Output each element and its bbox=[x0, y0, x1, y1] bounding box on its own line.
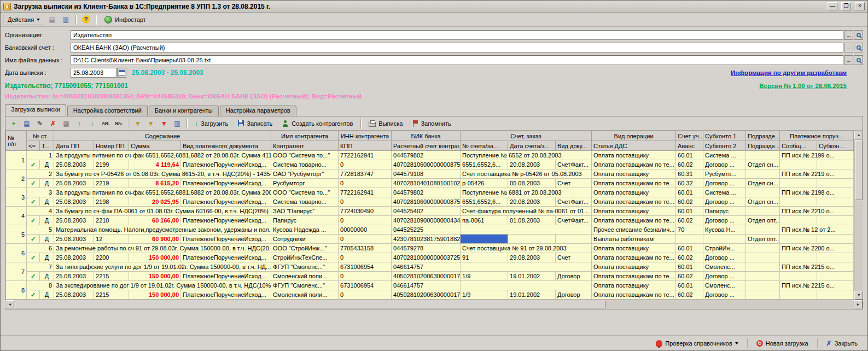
cell-account[interactable]: 60.01 bbox=[676, 188, 703, 197]
move-up-button[interactable]: ↑ bbox=[73, 118, 85, 129]
cell-payment-order[interactable]: ПП исх.№ 2198 о... bbox=[780, 188, 854, 197]
horizontal-scrollbar-thumb[interactable] bbox=[15, 301, 605, 308]
cell-kpp[interactable]: 0 bbox=[339, 216, 392, 225]
statement-date-input[interactable] bbox=[71, 68, 116, 78]
cell-department1[interactable] bbox=[746, 262, 780, 272]
save-settings-button[interactable]: ▤ bbox=[46, 14, 58, 25]
cell-statement-number[interactable]: 2 bbox=[27, 169, 54, 179]
cell-department2[interactable] bbox=[746, 253, 780, 262]
table-row-line2[interactable]: ✓ Д 25.08.2003 2215 150 000,00 Платежное… bbox=[6, 290, 854, 300]
cell-doc-type[interactable]: ПлатежноеПоручениеИсход... bbox=[181, 253, 271, 262]
cell-bik[interactable]: 044525225 bbox=[392, 225, 461, 235]
cell-payment-order[interactable]: ПП исх.№ 2215 о... bbox=[780, 281, 854, 290]
cell-invoice-date[interactable]: 20.08.2003 bbox=[508, 197, 556, 207]
cell-order[interactable]: Счет-фактура полученный № па-0061 от 01.… bbox=[461, 207, 592, 216]
cell-counterparty[interactable]: Русбумторг bbox=[271, 179, 339, 188]
cell-doc-type[interactable]: ПлатежноеПоручениеИсход... bbox=[181, 216, 271, 225]
cell-bik[interactable]: 044579278 bbox=[392, 244, 461, 253]
cell-dds-article[interactable]: Оплата поставщикам по те... bbox=[592, 160, 676, 169]
load-button[interactable]: ↓ Загрузить bbox=[190, 119, 232, 128]
cell-loaded-mark[interactable]: ✓ bbox=[27, 179, 40, 188]
data-file-lookup-button[interactable] bbox=[854, 55, 863, 65]
cell-account[interactable]: 60.01 bbox=[676, 151, 703, 160]
cell-message[interactable] bbox=[780, 160, 817, 169]
cell-doc-type[interactable]: ПлатежноеПоручениеИсход... bbox=[181, 197, 271, 207]
table-row-line1[interactable]: 2 2 За бумагу по сч Р-05426 от 05.08.03г… bbox=[6, 169, 854, 179]
cell-department2[interactable]: Отдел сн... bbox=[746, 179, 780, 188]
col-header-doc-kind[interactable]: Вид доку... bbox=[556, 141, 592, 151]
cell-subkonto[interactable] bbox=[817, 216, 854, 225]
tab-parameters[interactable]: Настройка параметров bbox=[220, 106, 296, 116]
cell-order[interactable]: Поступление № 6552 от 20.08.2003 bbox=[461, 151, 592, 160]
cell-advance-account[interactable]: 60.02 bbox=[676, 272, 703, 281]
cell-dds-article[interactable]: Оплата поставщикам по те... bbox=[592, 253, 676, 262]
scroll-down-button[interactable]: ▼ bbox=[854, 291, 863, 300]
table-row-line2[interactable]: ✓ Д 25.08.2003 12 60 900,00 ПлатежноеПор… bbox=[6, 235, 854, 244]
cell-counterparty-name[interactable]: ООО "СтройИнж..." bbox=[271, 244, 339, 253]
cell-department2[interactable] bbox=[746, 290, 780, 300]
cell-inn[interactable]: 7722162941 bbox=[339, 188, 392, 197]
cell-counterparty-name[interactable]: ФГУП "Смоленс..." bbox=[271, 262, 339, 272]
cell-subconto1[interactable]: Кусова Н... bbox=[703, 225, 746, 235]
filter-by-value-button[interactable]: ▼ bbox=[145, 118, 157, 129]
col-header-department2[interactable]: Подразде... bbox=[746, 141, 780, 151]
col-header-kpp[interactable]: КПП bbox=[339, 141, 392, 151]
cell-sum[interactable]: 60 166,00 bbox=[129, 216, 181, 225]
col-header-counterparty[interactable]: Контрагент bbox=[271, 141, 339, 151]
cell-doc-type[interactable]: ПлатежноеПоручениеИсход... bbox=[181, 160, 271, 169]
cell-type-flag[interactable]: Д bbox=[40, 235, 54, 244]
infostart-button[interactable]: Инфостарт bbox=[100, 14, 150, 25]
cell-invoice-number[interactable]: 91 bbox=[461, 253, 508, 262]
cell-counterparty[interactable]: СтройИнжТехСпе... bbox=[271, 253, 339, 262]
cell-type-flag[interactable]: Д bbox=[40, 272, 54, 281]
scroll-right-button[interactable]: ► bbox=[854, 300, 863, 308]
cell-kpp[interactable]: 0 bbox=[339, 197, 392, 207]
cell-content[interactable]: За экспедирование по дог 1/9 от 19.01.02… bbox=[54, 281, 271, 290]
cell-doc-kind[interactable] bbox=[556, 235, 592, 244]
cell-department1[interactable] bbox=[746, 281, 780, 290]
cell-doc-kind[interactable]: СчетФакт... bbox=[556, 160, 592, 169]
cell-loaded-mark[interactable]: ✓ bbox=[27, 216, 40, 225]
cell-message[interactable] bbox=[780, 179, 817, 188]
filter-clear-button[interactable]: ▼ bbox=[158, 118, 170, 129]
cell-sum[interactable]: 20 025,95 bbox=[129, 197, 181, 207]
cell-inn[interactable]: 6731006954 bbox=[339, 281, 392, 290]
cell-message[interactable] bbox=[780, 235, 817, 244]
col-header-subkonto[interactable]: Субкон... bbox=[817, 141, 854, 151]
col-header-inn[interactable]: ИНН контрагента bbox=[339, 131, 392, 141]
col-header-invoice-date[interactable]: Дата счета/з... bbox=[508, 141, 556, 151]
cell-pp-number[interactable]: 12 bbox=[94, 235, 129, 244]
cell-settlement-account[interactable]: 40702810600000000875 bbox=[392, 197, 461, 207]
close-button[interactable]: ✗ Закрыть bbox=[822, 338, 862, 349]
cell-doc-kind[interactable]: Счет bbox=[556, 179, 592, 188]
cell-department2[interactable] bbox=[746, 272, 780, 281]
sort-descending-button[interactable]: ЯА↓ bbox=[113, 118, 125, 129]
cell-subconto2[interactable]: Договор ... bbox=[703, 160, 746, 169]
cell-settlement-account[interactable]: 40702810401080100102 bbox=[392, 179, 461, 188]
cell-payment-order[interactable]: ПП исх.№ 2199 о... bbox=[780, 151, 854, 160]
col-header-counterparty-name[interactable]: Имя контрагента bbox=[271, 131, 339, 141]
cell-counterparty[interactable]: Папирус bbox=[271, 216, 339, 225]
cell-subconto2[interactable]: Договор ... bbox=[703, 179, 746, 188]
cell-content[interactable]: За продукты питания по сч-фак 6551,6552,… bbox=[54, 151, 271, 160]
cell-department1[interactable] bbox=[746, 207, 780, 216]
cell-subkonto[interactable] bbox=[817, 272, 854, 281]
cell-counterparty-name[interactable]: ООО "Система то..." bbox=[271, 188, 339, 197]
organization-ellipsis-button[interactable]: ... bbox=[844, 30, 853, 40]
cell-operation-type[interactable]: Оплата поставщику bbox=[592, 169, 676, 179]
cell-invoice-date[interactable]: 29.08.2003 bbox=[508, 253, 556, 262]
cell-pp-date[interactable]: 25.08.2003 bbox=[54, 160, 94, 169]
cell-order[interactable] bbox=[461, 262, 592, 272]
col-header-operation[interactable]: Вид операции bbox=[592, 131, 676, 141]
cell-counterparty[interactable]: Смоленский поли... bbox=[271, 290, 339, 300]
cell-invoice-number[interactable]: па-0061 bbox=[461, 216, 508, 225]
col-header-row-number[interactable]: № п/п bbox=[6, 131, 27, 151]
horizontal-scrollbar[interactable]: ◄ ► bbox=[5, 300, 863, 309]
col-header-pp-date[interactable]: Дата ПП bbox=[54, 141, 94, 151]
col-header-payment-order[interactable]: Платежное поруч... bbox=[780, 131, 854, 141]
cell-type-flag[interactable]: Д bbox=[40, 160, 54, 169]
help-button[interactable]: ? bbox=[80, 14, 92, 25]
cell-operation-type[interactable]: Оплата поставщику bbox=[592, 151, 676, 160]
cell-invoice-number[interactable]: 6551,6552,6... bbox=[461, 197, 508, 207]
cell-loaded-mark[interactable]: ✓ bbox=[27, 253, 40, 262]
